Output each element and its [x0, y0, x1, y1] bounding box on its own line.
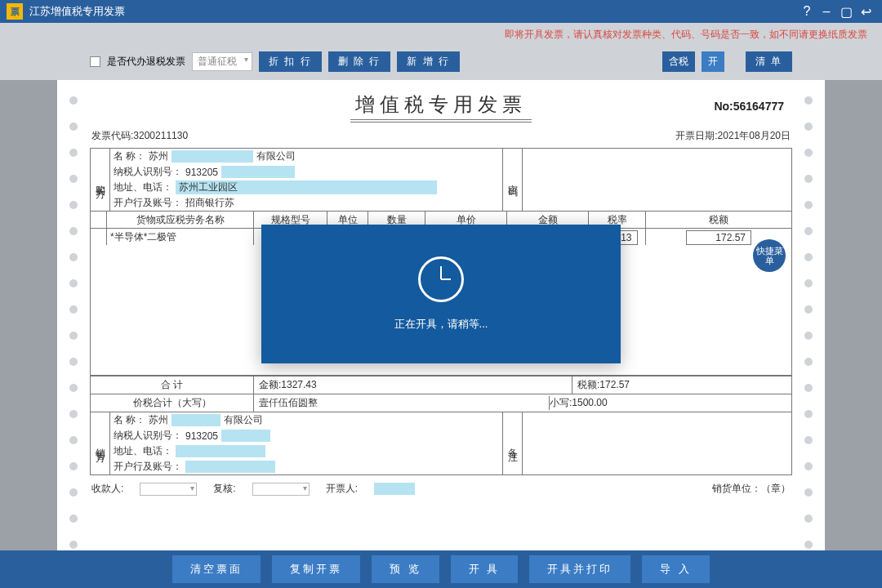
- buyer-addr-input[interactable]: 苏州工业园区: [176, 180, 437, 194]
- col-name: 货物或应税劳务名称: [107, 212, 254, 228]
- invoice-title: 增值税专用发票: [350, 91, 532, 122]
- issue-print-button[interactable]: 开具并打印: [529, 555, 630, 583]
- proxy-refund-label: 是否代办退税发票: [107, 55, 185, 69]
- password-area: [522, 149, 791, 211]
- seller-unit-label: 销货单位：（章）: [712, 482, 791, 496]
- payee-select[interactable]: [140, 483, 197, 496]
- payee-label: 收款人:: [91, 482, 123, 496]
- add-row-button[interactable]: 新 增 行: [397, 51, 460, 72]
- invoice-code: 发票代码:3200211130: [91, 129, 188, 143]
- seller-heading: 销售方: [91, 412, 110, 474]
- issue-button[interactable]: 开 具: [451, 555, 519, 583]
- caps-lower: 小写:1500.00: [550, 396, 786, 410]
- app-logo: 票: [7, 3, 23, 20]
- item-rate[interactable]: 0.13: [597, 230, 638, 245]
- tax-mode-select[interactable]: 普通征税: [192, 52, 252, 71]
- perforation-right: [796, 80, 821, 562]
- password-area-label: 密码: [502, 149, 522, 211]
- import-button[interactable]: 导 入: [642, 555, 710, 583]
- col-unit: 单位: [327, 212, 368, 228]
- caps-label: 价税合计（大写）: [91, 394, 254, 412]
- delete-row-button[interactable]: 删 除 行: [328, 51, 391, 72]
- perforation-left: [61, 80, 86, 562]
- invoice-date: 开票日期:2021年08月20日: [675, 129, 791, 143]
- remark-label: 备注: [502, 412, 522, 474]
- clear-button[interactable]: 清空票面: [172, 555, 261, 583]
- buyer-taxno-input[interactable]: [221, 166, 295, 178]
- caps-upper: 壹仟伍佰圆整: [259, 396, 550, 410]
- list-button[interactable]: 清 单: [746, 51, 792, 72]
- remark-area[interactable]: [522, 412, 791, 474]
- minimize-icon[interactable]: –: [817, 4, 836, 19]
- totals-label: 合 计: [91, 376, 254, 394]
- col-spec: 规格型号: [254, 212, 327, 228]
- window-title: 江苏增值税专用发票: [29, 4, 125, 19]
- col-check: [91, 212, 107, 228]
- open-button[interactable]: 开: [702, 51, 724, 72]
- reviewer-select[interactable]: [252, 483, 310, 496]
- preview-button[interactable]: 预 览: [372, 555, 439, 583]
- seller-name-input[interactable]: [172, 414, 220, 426]
- reviewer-label: 复核:: [213, 482, 235, 496]
- totals-amount: 金额:1327.43: [254, 376, 572, 394]
- buyer-name-input[interactable]: [172, 150, 253, 163]
- item-name[interactable]: *半导体*二极管: [107, 229, 254, 245]
- seller-taxno-input[interactable]: [221, 430, 270, 442]
- copy-issue-button[interactable]: 复制开票: [272, 555, 360, 583]
- totals-tax: 税额:172.57: [572, 376, 791, 394]
- seller-addr-input[interactable]: [176, 445, 265, 457]
- item-row[interactable]: *半导体*二极管 0.13 172.57: [91, 229, 791, 245]
- tax-inclusive-button[interactable]: 含税: [662, 51, 695, 72]
- item-tax: 172.57: [686, 230, 751, 245]
- buyer-bank: 招商银行苏: [185, 196, 234, 210]
- issuer-field[interactable]: [374, 483, 415, 495]
- col-amount: 金额: [507, 212, 589, 228]
- discount-row-button[interactable]: 折 扣 行: [259, 51, 322, 72]
- issuer-label: 开票人:: [326, 482, 358, 496]
- quick-menu-button[interactable]: 快捷菜单: [753, 239, 786, 272]
- maximize-icon[interactable]: ▢: [836, 4, 856, 20]
- seller-bank-input[interactable]: [185, 461, 275, 473]
- back-icon[interactable]: ↩: [856, 4, 875, 20]
- help-icon[interactable]: ?: [797, 4, 817, 19]
- col-qty: 数量: [368, 212, 425, 228]
- buyer-heading: 购买方: [91, 149, 110, 211]
- col-tax: 税额: [646, 212, 791, 228]
- warning-banner: 即将开具发票，请认真核对发票种类、代码、号码是否一致，如不同请更换纸质发票: [0, 23, 882, 47]
- proxy-refund-checkbox[interactable]: [90, 56, 100, 67]
- col-price: 单价: [425, 212, 507, 228]
- col-rate: 税率: [589, 212, 646, 228]
- invoice-number: No:56164777: [714, 100, 784, 113]
